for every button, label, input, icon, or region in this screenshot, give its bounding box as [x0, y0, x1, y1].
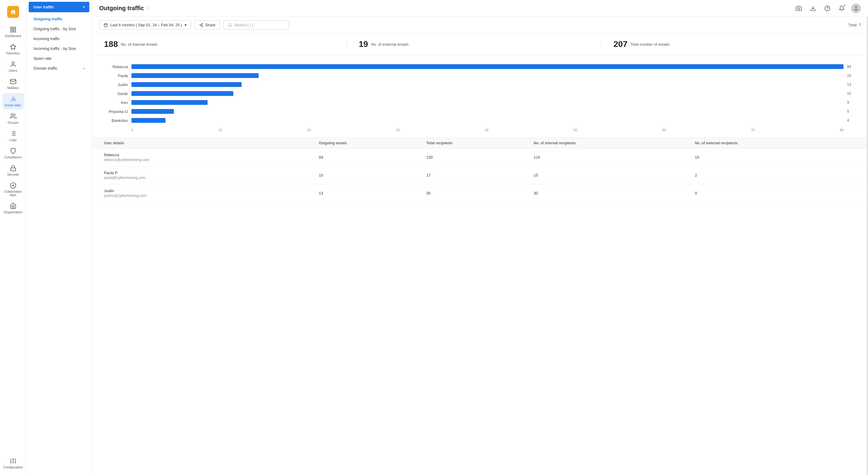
bar-fill: [131, 91, 233, 96]
bar-label: Priyanka G: [104, 109, 128, 114]
internal-recipients-cell: 30: [534, 188, 695, 198]
bar-label: Sarah: [104, 91, 128, 96]
table-row[interactable]: Justin justinc@zylkertraining.com 13 30 …: [92, 184, 868, 202]
axis-label: 10: [218, 128, 222, 132]
dropdown-chevron-icon: ▾: [185, 23, 187, 27]
stats-bar: 188 No. of internal emails 19 No. of ext…: [92, 33, 868, 55]
user-email: paula@zylkertraining.com: [104, 176, 319, 180]
bar-track: [131, 109, 843, 114]
svg-point-43: [228, 23, 231, 26]
nav-item-security[interactable]: Security: [2, 162, 24, 179]
bar-label: Bankston: [104, 118, 128, 123]
svg-line-42: [201, 24, 202, 25]
chart-area: Rebecca 84 Paula 15 Justin 13 Sarah 12 K: [92, 55, 868, 138]
nav-item-collaborative[interactable]: Collaborative apps: [2, 180, 24, 199]
bar-chart: Rebecca 84 Paula 15 Justin 13 Sarah 12 K: [104, 61, 856, 126]
sidebar-item-incoming-by-size[interactable]: Incoming traffic - by Size: [26, 43, 92, 54]
user-name: Paula P: [104, 171, 319, 175]
svg-marker-4: [10, 44, 16, 49]
svg-rect-34: [104, 24, 107, 27]
header-right: [794, 4, 861, 13]
bar-row: Priyanka G 5: [104, 109, 856, 114]
svg-point-38: [202, 23, 203, 25]
user-info: Paula P paula@zylkertraining.com: [104, 171, 319, 180]
svg-rect-1: [13, 27, 15, 29]
nav-item-configuration[interactable]: Configuration: [2, 455, 24, 471]
date-filter-dropdown[interactable]: Last 6 months ( Sep 01, 24 – Feb 04, 25 …: [99, 20, 191, 30]
nav-item-favorites[interactable]: Favorites: [2, 41, 24, 57]
bar-value: 4: [847, 118, 856, 122]
sidebar-item-outgoing-traffic[interactable]: Outgoing traffic: [26, 14, 92, 24]
nav-item-email-stats[interactable]: Email stats: [2, 93, 24, 109]
bar-value: 9: [847, 100, 856, 105]
bar-track: [131, 91, 843, 96]
external-recipients-cell: 2: [695, 171, 856, 180]
toolbar-left: Last 6 months ( Sep 01, 24 – Feb 04, 25 …: [99, 20, 289, 30]
share-button[interactable]: Share: [195, 20, 220, 30]
table-row[interactable]: Rebecca rebecca@zylkertraining.com 84 13…: [92, 148, 868, 167]
bar-track: [131, 64, 843, 69]
bar-label: Rebecca: [104, 64, 128, 69]
total-recipients-cell: 17: [426, 171, 534, 180]
axis-label: 70: [751, 128, 755, 132]
search-bar[interactable]: Search ( / ): [223, 20, 289, 30]
total-recipients-cell: 130: [426, 153, 534, 162]
screenshot-button[interactable]: [794, 4, 804, 13]
bar-value: 12: [847, 91, 856, 96]
table-rows: Rebecca rebecca@zylkertraining.com 84 13…: [92, 148, 868, 202]
nav-item-organization[interactable]: Organization: [2, 200, 24, 216]
svg-line-44: [231, 26, 232, 27]
internal-recipients-cell: 15: [534, 171, 695, 180]
nav-item-groups[interactable]: Groups: [2, 111, 24, 127]
bar-fill: [131, 73, 259, 78]
page-title: Outgoing traffic: [99, 5, 144, 12]
axis-label: 0: [131, 128, 133, 132]
sidebar: User traffic ▾ Outgoing traffic Outgoing…: [26, 0, 92, 475]
sidebar-item-spam-rate[interactable]: Spam rate: [26, 54, 92, 63]
table-row[interactable]: Paula P paula@zylkertraining.com 15 17 1…: [92, 167, 868, 184]
favorite-star-button[interactable]: ☆: [146, 5, 151, 11]
nav-item-users[interactable]: Users: [2, 59, 24, 75]
sidebar-item-domain-traffic[interactable]: Domain traffic ›: [26, 63, 92, 73]
user-name: Justin: [104, 188, 319, 193]
svg-rect-16: [10, 168, 16, 171]
main-page: Outgoing traffic ☆: [92, 0, 868, 475]
notification-button[interactable]: [837, 4, 846, 13]
chevron-down-icon: ▾: [83, 5, 85, 9]
nav-item-compliance[interactable]: Compliance: [2, 145, 24, 161]
nav-item-dashboard[interactable]: Dashboard: [2, 24, 24, 40]
sidebar-group-user-traffic[interactable]: User traffic ▾: [29, 2, 89, 12]
bar-fill: [131, 109, 174, 114]
svg-rect-2: [10, 30, 12, 32]
bar-value: 84: [847, 64, 856, 69]
internal-recipients-cell: 115: [534, 153, 695, 162]
axis-label: 40: [485, 128, 488, 132]
axis-label: 50: [574, 128, 577, 132]
axis-label: 80: [840, 128, 843, 132]
svg-point-29: [798, 7, 800, 9]
bar-value: 13: [847, 83, 856, 87]
avatar[interactable]: [851, 4, 861, 13]
chart-axis: 01020304050607080: [104, 128, 856, 132]
header-left: Outgoing traffic ☆: [99, 5, 151, 12]
total-recipients-cell: 30: [426, 188, 534, 198]
svg-point-39: [199, 25, 201, 26]
sidebar-item-incoming-traffic[interactable]: Incoming traffic: [26, 34, 92, 43]
bar-track: [131, 100, 843, 105]
bar-value: 15: [847, 73, 856, 78]
help-button[interactable]: [823, 4, 832, 13]
total-count: Total: 7: [848, 23, 861, 27]
bar-fill: [131, 82, 242, 87]
bar-track: [131, 118, 843, 123]
download-button[interactable]: [808, 4, 818, 13]
nav-item-logs[interactable]: Logs: [2, 128, 24, 144]
svg-rect-3: [13, 30, 15, 32]
user-email: justinc@zylkertraining.com: [104, 194, 319, 198]
nav-item-mailbox[interactable]: Mailbox: [2, 76, 24, 92]
sidebar-section: Outgoing traffic Outgoing traffic - by S…: [26, 14, 92, 73]
outgoing-emails-cell: 84: [319, 153, 426, 162]
table-header: User details Outgoing emails Total recip…: [92, 138, 868, 148]
sidebar-item-outgoing-by-size[interactable]: Outgoing traffic - by Size: [26, 24, 92, 34]
page-header: Outgoing traffic ☆: [92, 0, 868, 17]
bar-fill: [131, 118, 165, 123]
